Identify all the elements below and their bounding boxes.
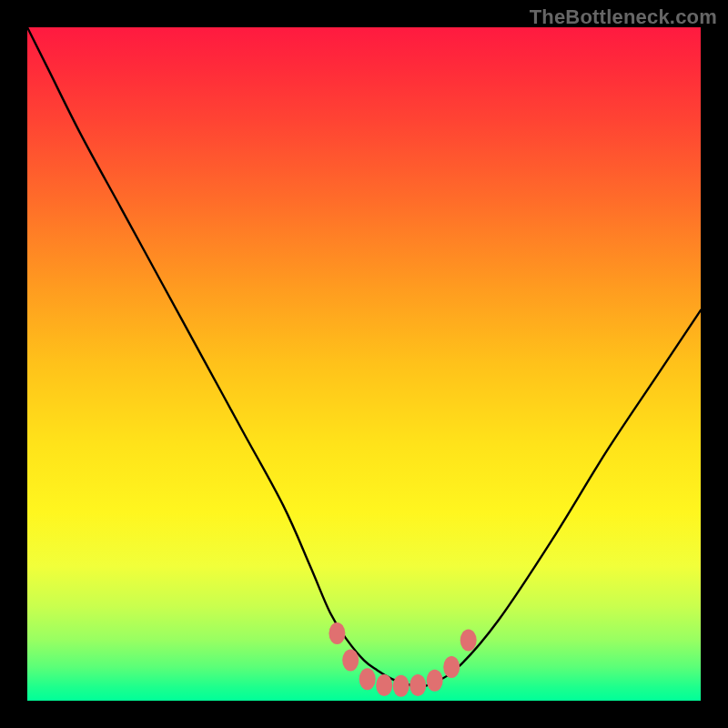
curve-marker (376, 674, 392, 696)
curve-markers (329, 622, 476, 697)
curve-marker (393, 675, 410, 697)
curve-layer (27, 27, 701, 701)
curve-marker (410, 674, 426, 696)
curve-marker (443, 656, 460, 678)
curve-marker (460, 629, 477, 651)
curve-marker (359, 668, 376, 690)
plot-area (27, 27, 701, 701)
chart-frame: TheBottleneck.com (0, 0, 728, 728)
curve-marker (342, 650, 359, 672)
curve-marker (329, 622, 345, 644)
attribution-text: TheBottleneck.com (530, 5, 717, 29)
curve-marker (427, 670, 443, 692)
bottleneck-curve (27, 27, 701, 686)
